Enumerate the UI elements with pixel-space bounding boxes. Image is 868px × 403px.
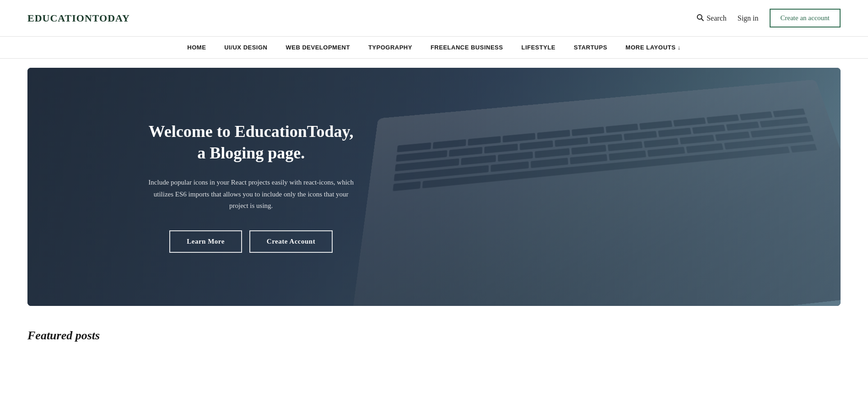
featured-heading-text: Featured posts [27, 329, 100, 342]
chevron-down-icon: ↓ [678, 44, 681, 51]
featured-heading: Featured posts [0, 315, 868, 347]
create-account-button[interactable]: Create an account [770, 9, 841, 27]
search-icon [696, 14, 704, 23]
nav-item-webdev[interactable]: WEB DEVELOPMENT [286, 44, 350, 51]
main-nav: HOME UI/UX DESIGN WEB DEVELOPMENT TYPOGR… [0, 37, 868, 59]
hero-title: Welcome to EducationToday,a Bloging page… [64, 121, 438, 164]
hero-section: Welcome to EducationToday,a Bloging page… [27, 68, 841, 306]
signin-button[interactable]: Sign in [738, 14, 759, 22]
hero-subtitle: Include popular icons in your React proj… [146, 177, 356, 212]
learn-more-button[interactable]: Learn More [169, 230, 242, 253]
site-header: EDUCATIONTODAY Search Sign in Create an … [0, 0, 868, 37]
nav-item-lifestyle[interactable]: LIFESTYLE [521, 44, 555, 51]
svg-line-1 [701, 19, 703, 21]
search-label: Search [706, 14, 727, 22]
nav-item-startups[interactable]: STARTUPS [574, 44, 607, 51]
hero-create-account-button[interactable]: Create Account [249, 230, 333, 253]
hero-cta-group: Learn More Create Account [64, 230, 438, 253]
header-actions: Search Sign in Create an account [696, 9, 841, 27]
search-button[interactable]: Search [696, 14, 727, 23]
nav-item-typography[interactable]: TYPOGRAPHY [368, 44, 412, 51]
nav-more-label: MORE LAYOUTS [625, 44, 676, 51]
hero-content: Welcome to EducationToday,a Bloging page… [27, 68, 474, 306]
nav-item-more[interactable]: MORE LAYOUTS ↓ [625, 44, 681, 51]
nav-item-home[interactable]: HOME [187, 44, 206, 51]
nav-item-freelance[interactable]: FREELANCE BUSINESS [431, 44, 503, 51]
nav-item-uiux[interactable]: UI/UX DESIGN [224, 44, 267, 51]
site-logo: EDUCATIONTODAY [27, 12, 130, 24]
